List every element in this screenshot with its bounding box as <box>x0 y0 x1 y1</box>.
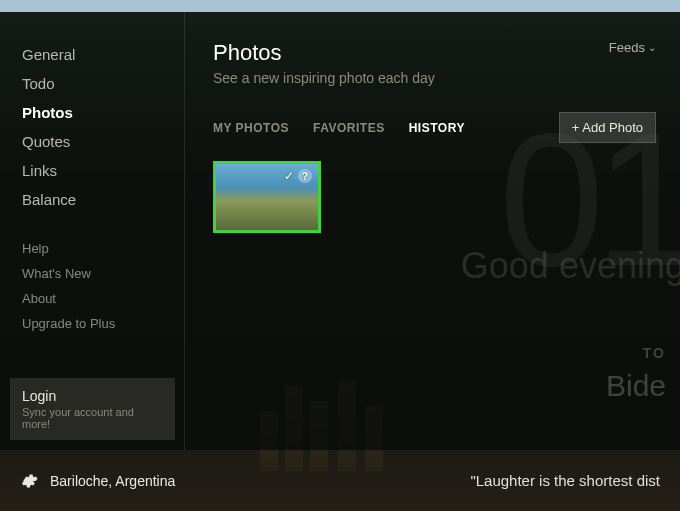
tab-my-photos[interactable]: MY PHOTOS <box>213 121 289 135</box>
location-text[interactable]: Bariloche, Argentina <box>50 473 175 489</box>
sidebar-item-links[interactable]: Links <box>22 156 184 185</box>
sidebar-item-help[interactable]: Help <box>22 236 184 261</box>
feeds-label: Feeds <box>609 40 645 55</box>
sidebar-item-about[interactable]: About <box>22 286 184 311</box>
tab-favorites[interactable]: FAVORITES <box>313 121 385 135</box>
login-subtitle: Sync your account and more! <box>22 406 163 430</box>
sidebar-item-whatsnew[interactable]: What's New <box>22 261 184 286</box>
main-panel: Photos See a new inspiring photo each da… <box>185 12 680 450</box>
help-icon[interactable]: ? <box>298 169 312 183</box>
login-button[interactable]: Login Sync your account and more! <box>10 378 175 440</box>
footer-bar: Bariloche, Argentina "Laughter is the sh… <box>0 450 680 511</box>
page-subtitle: See a new inspiring photo each day <box>213 70 435 86</box>
check-icon[interactable]: ✓ <box>284 169 294 183</box>
page-title: Photos <box>213 40 435 66</box>
sidebar-item-todo[interactable]: Todo <box>22 69 184 98</box>
photo-thumbnail[interactable]: ✓ ? <box>213 161 321 233</box>
sidebar-item-general[interactable]: General <box>22 40 184 69</box>
quote-text[interactable]: "Laughter is the shortest dist <box>470 472 660 489</box>
sidebar-item-upgrade[interactable]: Upgrade to Plus <box>22 311 184 336</box>
sidebar-item-balance[interactable]: Balance <box>22 185 184 214</box>
chevron-down-icon: ⌄ <box>648 42 656 53</box>
sidebar-item-quotes[interactable]: Quotes <box>22 127 184 156</box>
tab-history[interactable]: HISTORY <box>409 121 465 135</box>
login-title: Login <box>22 388 163 404</box>
add-photo-button[interactable]: + Add Photo <box>559 112 656 143</box>
settings-sidebar: General Todo Photos Quotes Links Balance… <box>0 12 185 450</box>
gear-icon[interactable] <box>20 472 38 490</box>
feeds-dropdown[interactable]: Feeds ⌄ <box>609 40 656 55</box>
sidebar-item-photos[interactable]: Photos <box>22 98 184 127</box>
